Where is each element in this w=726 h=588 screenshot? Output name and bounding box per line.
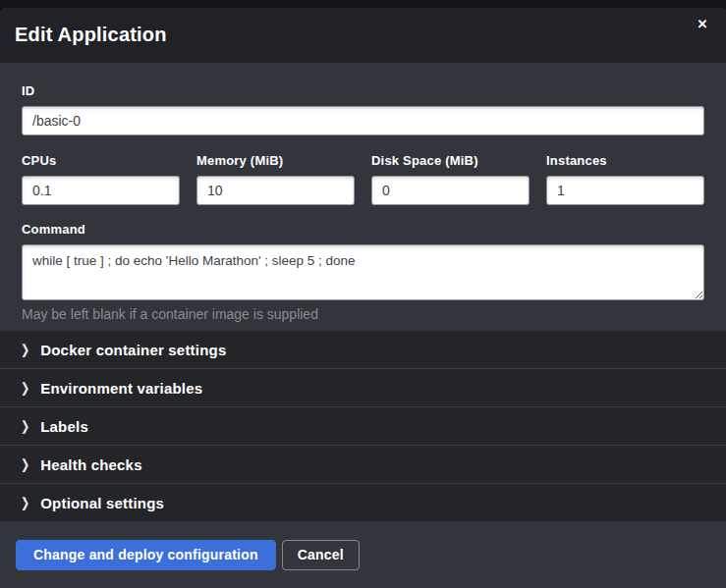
section-label: Environment variables (40, 380, 202, 397)
disk-field-group: Disk Space (MiB) (371, 153, 530, 205)
change-and-deploy-button[interactable]: Change and deploy configuration (16, 540, 276, 570)
modal-footer: Change and deploy configuration Cancel (0, 521, 726, 588)
disk-input[interactable] (371, 176, 530, 205)
cpus-input[interactable] (22, 176, 180, 205)
memory-input[interactable] (196, 176, 355, 205)
command-input[interactable]: while [ true ] ; do echo 'Hello Marathon… (22, 244, 704, 300)
command-help-text: May be left blank if a container image i… (22, 306, 704, 322)
section-optional-settings[interactable]: ❯ Optional settings (0, 483, 726, 521)
cpus-label: CPUs (22, 153, 180, 168)
command-label: Command (22, 222, 704, 237)
chevron-right-icon: ❯ (21, 457, 29, 471)
cpus-field-group: CPUs (22, 153, 180, 205)
disk-label: Disk Space (MiB) (371, 153, 530, 168)
section-label: Optional settings (40, 495, 164, 511)
resources-row: CPUs Memory (MiB) Disk Space (MiB) Insta… (22, 153, 704, 205)
instances-input[interactable] (546, 176, 704, 205)
chevron-right-icon: ❯ (21, 381, 29, 395)
close-icon[interactable]: ✕ (695, 18, 710, 31)
collapsible-sections: ❯ Docker container settings ❯ Environmen… (0, 331, 726, 521)
cancel-button[interactable]: Cancel (282, 540, 360, 570)
chevron-right-icon: ❯ (21, 343, 29, 356)
section-label: Docker container settings (40, 342, 226, 358)
section-label: Labels (40, 418, 88, 435)
command-field-group: Command while [ true ] ; do echo 'Hello … (22, 222, 704, 322)
chevron-right-icon: ❯ (21, 496, 29, 509)
section-environment-variables[interactable]: ❯ Environment variables (0, 368, 726, 406)
application-form: ID CPUs Memory (MiB) Disk Space (MiB) In… (0, 63, 726, 331)
edit-application-modal: Edit Application ✕ ID CPUs Memory (MiB) … (0, 8, 726, 588)
memory-field-group: Memory (MiB) (196, 153, 355, 205)
instances-label: Instances (546, 153, 704, 168)
chevron-right-icon: ❯ (21, 419, 29, 433)
memory-label: Memory (MiB) (196, 153, 355, 168)
id-label: ID (22, 83, 704, 98)
modal-title: Edit Application (15, 21, 710, 48)
section-label: Health checks (40, 456, 141, 473)
modal-header: Edit Application ✕ (0, 8, 726, 63)
id-field-group: ID (22, 83, 704, 135)
section-health-checks[interactable]: ❯ Health checks (0, 445, 726, 483)
section-docker-container-settings[interactable]: ❯ Docker container settings (0, 331, 726, 368)
instances-field-group: Instances (546, 153, 704, 205)
section-labels[interactable]: ❯ Labels (0, 406, 726, 445)
id-input[interactable] (22, 106, 704, 135)
